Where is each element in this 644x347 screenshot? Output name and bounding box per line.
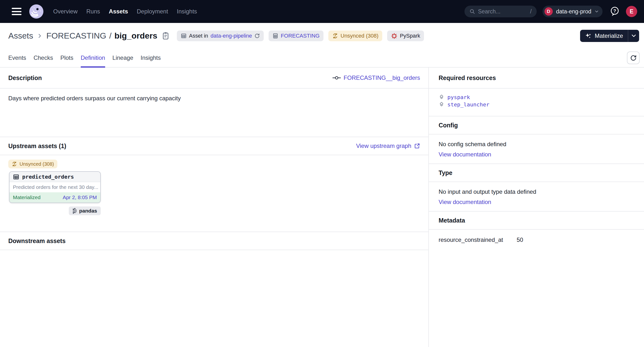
- upstream-asset-card[interactable]: predicted_orders Predicted orders for th…: [9, 171, 101, 203]
- deployment-name: data-eng-prod: [556, 8, 592, 15]
- nav-item-runs[interactable]: Runs: [86, 8, 100, 15]
- sparkles-icon: [585, 32, 592, 39]
- tab-events[interactable]: Events: [8, 48, 26, 67]
- type-view-documentation-link[interactable]: View documentation: [438, 199, 491, 206]
- materialized-status-label: Materialized: [13, 194, 40, 200]
- tag-unsynced-status[interactable]: Unsynced (308): [328, 30, 382, 41]
- upstream-unsynced-badge: Unsynced (308): [8, 160, 57, 168]
- sync-alert-icon: [332, 33, 338, 39]
- nav-item-insights[interactable]: Insights: [177, 8, 197, 15]
- top-nav: Overview Runs Assets Deployment Insights…: [0, 0, 644, 23]
- pandas-kind-tag[interactable]: pandas: [69, 206, 101, 215]
- metadata-title: Metadata: [438, 217, 465, 224]
- table-icon: [181, 33, 186, 39]
- caret-down-icon: [632, 35, 636, 37]
- page-title: big_orders: [114, 31, 157, 40]
- config-empty-text: No config schema defined: [438, 141, 634, 148]
- nav-item-deployment[interactable]: Deployment: [137, 8, 168, 15]
- materialize-options-button[interactable]: [628, 30, 639, 42]
- type-empty-text: No input and output type data defined: [438, 188, 634, 195]
- upstream-title: Upstream assets (1): [8, 142, 66, 150]
- resource-layers-icon: [438, 102, 444, 107]
- metadata-row: resource_constrained_at 50: [438, 236, 634, 243]
- deployment-initial-badge: D: [544, 7, 553, 16]
- group-link[interactable]: FORECASTING: [281, 33, 320, 39]
- primary-nav: Overview Runs Assets Deployment Insights: [53, 8, 197, 15]
- asset-tabs-row: Events Checks Plots Definition Lineage I…: [0, 48, 644, 68]
- compute-kind-label: PySpark: [400, 33, 420, 39]
- description-text: Days where predicted orders surpass our …: [8, 95, 181, 102]
- deployment-switcher[interactable]: D data-eng-prod: [542, 6, 603, 17]
- nav-item-assets[interactable]: Assets: [109, 8, 128, 15]
- help-icon[interactable]: ?: [610, 6, 620, 16]
- copy-asset-name-icon[interactable]: [162, 32, 170, 40]
- config-body: No config schema defined View documentat…: [429, 134, 644, 164]
- config-view-documentation-link[interactable]: View documentation: [438, 151, 491, 158]
- tab-lineage[interactable]: Lineage: [112, 48, 133, 67]
- reload-icon[interactable]: [254, 33, 260, 38]
- asset-tabs: Events Checks Plots Definition Lineage I…: [8, 48, 161, 67]
- tag-compute-kind[interactable]: PySpark: [387, 30, 424, 41]
- description-title: Description: [8, 74, 42, 82]
- asset-tags: Asset in data-eng-pipeline FORECASTING U…: [177, 30, 424, 41]
- definition-main-panel: Description FORECASTING__big_orders Days…: [0, 68, 429, 347]
- top-nav-right: / D data-eng-prod ? E: [464, 6, 638, 17]
- materialization-timestamp-link[interactable]: Apr 2, 8:05 PM: [63, 194, 97, 200]
- search-icon: [469, 8, 475, 14]
- description-body: Days where predicted orders surpass our …: [0, 88, 428, 137]
- description-section-header: Description FORECASTING__big_orders: [0, 68, 428, 88]
- type-title: Type: [438, 169, 452, 176]
- resource-link-step-launcher[interactable]: step_launcher: [448, 102, 489, 108]
- tag-asset-in-pipeline[interactable]: Asset in data-eng-pipeline: [177, 30, 264, 41]
- search-input[interactable]: [478, 8, 530, 15]
- group-grid-icon: [272, 33, 278, 39]
- dagster-logo-icon[interactable]: [29, 4, 44, 18]
- view-upstream-graph-link[interactable]: View upstream graph: [356, 142, 420, 149]
- search-shortcut-hint: /: [530, 8, 532, 15]
- chevron-right-icon: [36, 33, 43, 39]
- downstream-title: Downstream assets: [8, 238, 66, 244]
- breadcrumb-assets-link[interactable]: Assets: [8, 31, 33, 40]
- chevron-down-icon: [594, 9, 599, 14]
- pyspark-star-icon: [391, 33, 398, 39]
- refresh-button[interactable]: [627, 52, 640, 64]
- resource-item: pyspark: [438, 94, 634, 101]
- hamburger-menu-icon[interactable]: [12, 8, 22, 15]
- resource-layers-icon: [438, 94, 444, 100]
- nav-item-overview[interactable]: Overview: [53, 8, 78, 15]
- required-resources-title: Required resources: [438, 74, 496, 82]
- type-body: No input and output type data defined Vi…: [429, 182, 644, 211]
- tab-definition[interactable]: Definition: [81, 48, 105, 67]
- tab-checks[interactable]: Checks: [34, 48, 53, 67]
- required-resources-header: Required resources: [429, 68, 644, 88]
- upstream-section-header: Upstream assets (1) View upstream graph: [0, 137, 428, 155]
- materialize-label: Materialize: [595, 32, 623, 39]
- refresh-icon: [630, 55, 637, 61]
- pandas-icon: [72, 208, 76, 214]
- user-avatar[interactable]: E: [626, 6, 637, 17]
- unsynced-tag-label: Unsynced (308): [340, 33, 378, 39]
- downstream-section-header: Downstream assets: [0, 232, 428, 250]
- job-link[interactable]: FORECASTING__big_orders: [332, 74, 420, 81]
- external-link-icon: [414, 143, 420, 149]
- dagster-app: Overview Runs Assets Deployment Insights…: [0, 0, 644, 347]
- resource-link-pyspark[interactable]: pyspark: [448, 94, 470, 100]
- tab-insights[interactable]: Insights: [140, 48, 161, 67]
- upstream-asset-name: predicted_orders: [22, 174, 74, 180]
- required-resources-list: pyspark step_launcher: [429, 88, 644, 116]
- pipeline-link[interactable]: data-eng-pipeline: [210, 33, 252, 39]
- upstream-assets-body: Unsynced (308) predicted_orders Predicte…: [0, 155, 428, 232]
- materialize-button[interactable]: Materialize: [580, 30, 628, 42]
- definition-sidebar: Required resources pyspark step_launcher: [429, 68, 644, 347]
- breadcrumb-group-link[interactable]: FORECASTING: [46, 31, 106, 40]
- metadata-key: resource_constrained_at: [438, 236, 517, 243]
- sync-alert-icon: [12, 161, 17, 167]
- definition-content: Description FORECASTING__big_orders Days…: [0, 68, 644, 347]
- tag-asset-group[interactable]: FORECASTING: [268, 30, 324, 41]
- metadata-table: resource_constrained_at 50: [429, 230, 644, 243]
- upstream-asset-description: Predicted orders for the next 30 day...: [10, 182, 100, 192]
- materialize-split-button: Materialize: [580, 30, 639, 42]
- tab-plots[interactable]: Plots: [60, 48, 73, 67]
- config-title: Config: [438, 122, 458, 129]
- global-search[interactable]: /: [464, 6, 537, 17]
